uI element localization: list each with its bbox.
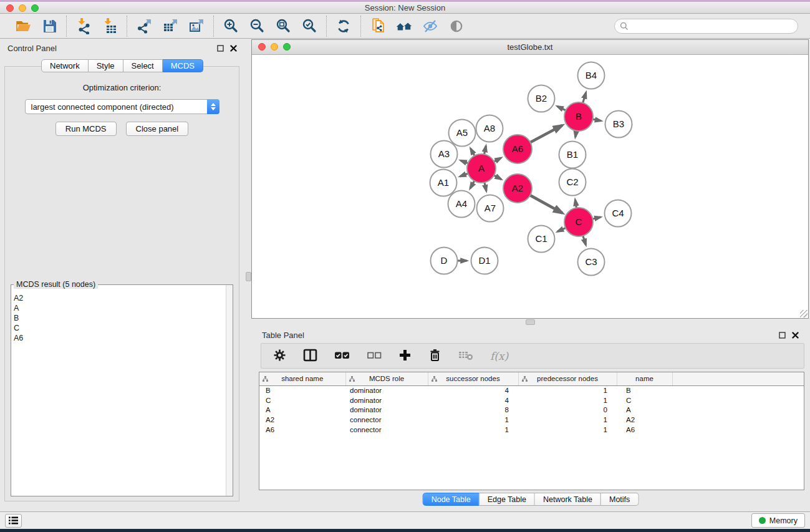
export-network-icon[interactable] bbox=[135, 17, 153, 35]
tab-network-table[interactable]: Network Table bbox=[535, 493, 601, 506]
result-item[interactable]: A6 bbox=[14, 333, 226, 343]
column-header-shared-name[interactable]: shared name bbox=[259, 372, 345, 385]
column-header-MCDS-role[interactable]: MCDS role bbox=[345, 372, 428, 385]
add-column-icon[interactable] bbox=[398, 349, 412, 364]
table-cell[interactable]: A6 bbox=[259, 425, 345, 435]
table-cell[interactable]: 1 bbox=[518, 415, 617, 425]
criterion-select[interactable]: largest connected component (directed) bbox=[25, 99, 219, 114]
application-window: Session: New Session bbox=[0, 0, 810, 532]
zoom-fit-icon[interactable] bbox=[274, 17, 292, 35]
zoom-in-icon[interactable] bbox=[222, 17, 239, 35]
table-cell[interactable]: dominator bbox=[345, 405, 428, 415]
show-all-icon[interactable] bbox=[448, 17, 465, 35]
graph-node-label-C3: C3 bbox=[585, 256, 597, 267]
table-cell[interactable]: 1 bbox=[518, 395, 617, 405]
graph-node-label-C2: C2 bbox=[566, 177, 578, 187]
tab-network[interactable]: Network bbox=[41, 59, 89, 72]
table-row[interactable]: Adominator80A bbox=[259, 405, 804, 415]
hide-selected-icon[interactable] bbox=[422, 17, 439, 35]
result-scrollbar[interactable] bbox=[226, 285, 233, 496]
search-field[interactable] bbox=[614, 19, 798, 34]
control-panel: Control Panel NetworkStyleSelectMCDS Opt… bbox=[0, 39, 244, 511]
result-item[interactable]: A bbox=[14, 303, 226, 313]
table-cell[interactable]: B bbox=[259, 385, 345, 395]
float-table-panel-icon[interactable] bbox=[779, 332, 786, 339]
column-settings-gear-icon[interactable] bbox=[273, 349, 286, 364]
title-bar: Session: New Session bbox=[0, 0, 810, 14]
table-cell[interactable]: A bbox=[617, 405, 672, 415]
table-cell[interactable]: 8 bbox=[428, 405, 518, 415]
graph-edge-A2-C[interactable] bbox=[529, 195, 562, 213]
result-item[interactable]: A2 bbox=[14, 293, 226, 303]
tab-edge-table[interactable]: Edge Table bbox=[480, 493, 535, 506]
table-row[interactable]: Bdominator41B bbox=[259, 385, 804, 395]
table-cell[interactable]: connector bbox=[345, 425, 428, 435]
tab-motifs[interactable]: Motifs bbox=[601, 493, 639, 506]
show-columns-icon[interactable] bbox=[303, 349, 317, 364]
table-cell[interactable]: C bbox=[259, 395, 345, 405]
network-graph: B4B2BB3A8A5A6A3B1AC2A1A2A4A7C4CC1DD1C3 bbox=[252, 56, 808, 318]
column-header-predecessor-nodes[interactable]: predecessor nodes bbox=[518, 372, 617, 385]
table-cell[interactable]: A6 bbox=[617, 425, 672, 435]
horizontal-splitter-grip[interactable] bbox=[526, 319, 535, 325]
tab-select[interactable]: Select bbox=[123, 59, 163, 72]
table-row[interactable]: Cdominator41C bbox=[259, 395, 804, 405]
table-cell[interactable]: 4 bbox=[428, 395, 518, 405]
close-table-panel-icon[interactable] bbox=[792, 332, 799, 339]
column-header-successor-nodes[interactable]: successor nodes bbox=[428, 372, 518, 385]
network-canvas[interactable]: B4B2BB3A8A5A6A3B1AC2A1A2A4A7C4CC1DD1C3 bbox=[252, 56, 808, 318]
close-panel-button[interactable]: Close panel bbox=[126, 122, 189, 136]
tab-style[interactable]: Style bbox=[89, 59, 123, 72]
column-header-name[interactable]: name bbox=[617, 372, 672, 385]
export-image-icon[interactable] bbox=[188, 17, 205, 35]
table-cell[interactable]: A2 bbox=[259, 415, 345, 425]
table-cell[interactable]: dominator bbox=[345, 385, 428, 395]
save-session-icon[interactable] bbox=[41, 17, 58, 35]
table-cell[interactable]: C bbox=[617, 395, 672, 405]
table-row[interactable]: A2connector11A2 bbox=[259, 415, 804, 425]
table-cell-filler bbox=[672, 395, 804, 405]
tab-mcds[interactable]: MCDS bbox=[163, 59, 203, 72]
select-all-columns-icon[interactable] bbox=[334, 349, 350, 364]
graph-node-label-C: C bbox=[576, 216, 582, 227]
table-cell[interactable]: 1 bbox=[428, 415, 518, 425]
result-item[interactable]: C bbox=[14, 323, 226, 333]
table-row[interactable]: A6connector11A6 bbox=[259, 425, 804, 435]
float-panel-icon[interactable] bbox=[217, 45, 224, 52]
vertical-splitter-grip[interactable] bbox=[246, 272, 251, 281]
delete-columns-icon[interactable] bbox=[428, 348, 441, 364]
window-resize-grip[interactable] bbox=[800, 310, 808, 317]
zoom-out-icon[interactable] bbox=[248, 17, 266, 35]
table-cell[interactable]: A bbox=[259, 405, 345, 415]
table-header-row: shared nameMCDS rolesuccessor nodesprede… bbox=[259, 372, 804, 385]
task-history-button[interactable] bbox=[5, 514, 22, 528]
table-cell[interactable]: B bbox=[617, 385, 672, 395]
run-mcds-button[interactable]: Run MCDS bbox=[55, 122, 117, 136]
table-cell[interactable]: 1 bbox=[518, 425, 617, 435]
close-panel-icon[interactable] bbox=[230, 45, 237, 52]
first-neighbors-icon[interactable] bbox=[395, 17, 413, 35]
table-cell[interactable]: A2 bbox=[617, 415, 672, 425]
table-cell[interactable]: dominator bbox=[345, 395, 428, 405]
table-cell-filler bbox=[672, 405, 804, 415]
unselect-all-columns-icon[interactable] bbox=[367, 349, 382, 364]
open-session-icon[interactable] bbox=[14, 17, 32, 35]
search-input[interactable] bbox=[632, 22, 793, 31]
graph-node-label-B2: B2 bbox=[536, 93, 547, 104]
network-from-selection-icon[interactable] bbox=[369, 17, 387, 35]
export-table-icon[interactable] bbox=[162, 17, 179, 35]
import-network-icon[interactable] bbox=[75, 17, 92, 35]
memory-button[interactable]: Memory bbox=[751, 513, 805, 528]
import-table-icon[interactable] bbox=[101, 17, 118, 35]
graph-edge-A6-B[interactable] bbox=[529, 125, 562, 143]
table-cell[interactable]: connector bbox=[345, 415, 428, 425]
table-cell-filler bbox=[672, 425, 804, 435]
table-cell[interactable]: 4 bbox=[428, 385, 518, 395]
table-cell[interactable]: 1 bbox=[518, 385, 617, 395]
table-cell[interactable]: 0 bbox=[518, 405, 617, 415]
zoom-selected-icon[interactable] bbox=[301, 17, 318, 35]
refresh-icon[interactable] bbox=[335, 17, 352, 35]
tab-node-table[interactable]: Node Table bbox=[423, 493, 480, 506]
result-item[interactable]: B bbox=[14, 313, 226, 323]
table-cell[interactable]: 1 bbox=[428, 425, 518, 435]
